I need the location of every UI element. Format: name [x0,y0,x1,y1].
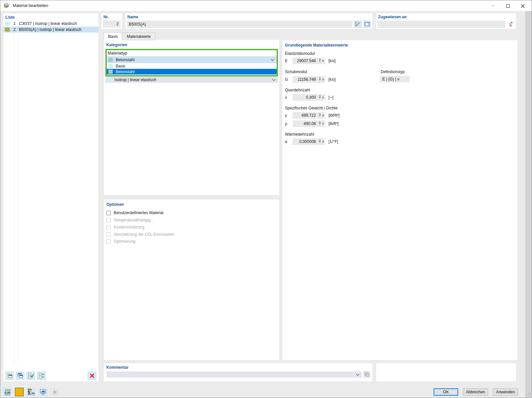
e-unit: [ksi] [329,59,335,63]
kommentar-combobox[interactable] [106,371,362,378]
nu-value: 0.300 [306,95,316,100]
units-icon: 0,00 [5,389,11,395]
ok-button[interactable]: OK [434,388,458,396]
delete-material-button[interactable] [87,371,96,380]
g-symbol: G [285,77,293,82]
assigned-card: Zugewiesen an [376,13,516,29]
maximize-button[interactable] [503,3,513,9]
e-input[interactable]: 29007.548 [293,58,325,64]
option-label: Betonstahl [116,69,135,74]
material-color-swatch [5,22,10,26]
expand-arrow-icon[interactable] [323,140,324,143]
expand-arrow-icon[interactable] [323,122,324,125]
alpha-value: 0.000006 [299,139,316,144]
new-material-button[interactable] [5,371,14,380]
name-label: Name [127,14,371,20]
model-value: Isotrop | linear elastisch [114,77,156,82]
resize-grip[interactable] [526,391,531,397]
expand-arrow-icon[interactable] [323,78,324,81]
kommentar-copy-button[interactable] [363,371,370,378]
assigned-field[interactable] [377,21,505,28]
nu-input[interactable]: 0.300 [293,94,325,101]
checkbox-label: Abschätzung der CO₂-Emissionen [114,232,174,237]
option-label: Basis [116,64,125,68]
checkbox-benutzerdefiniertes-material[interactable]: Benutzerdefiniertes Material [106,210,163,216]
cancel-button[interactable]: Abbrechen [463,388,488,396]
checkbox-kostenschaetzung: Kostenschätzung [106,224,144,230]
material-icon [4,2,10,9]
minimize-button[interactable] [488,3,498,9]
material-color-button[interactable] [15,388,24,396]
tab-strip: Basis Materialwerte [103,32,155,40]
material-list-panel: Liste 1 C30/37 | Isotrop | linear elasti… [3,13,99,382]
materialtyp-color-swatch [108,58,113,62]
material-model-combobox[interactable]: Isotrop | linear elastisch [105,76,278,83]
materialtyp-highlight-box: Materialtyp Betonstahl Basis Betonstahl [105,49,278,76]
name-field[interactable]: B500S(A) [127,21,352,28]
spinner-icon[interactable] [319,77,321,80]
tab-materialwerte[interactable]: Materialwerte [122,33,155,40]
units-settings-button[interactable]: 0,00 [3,388,12,396]
kennwerte-title: Grundlegende Materialkennwerte [285,43,348,48]
schubmodul-label: Schubmodul [285,69,307,74]
invert-selection-button[interactable] [37,371,46,380]
alpha-unit: [1/°F] [329,139,338,144]
apply-button[interactable]: Anwenden [493,388,518,396]
gamma-symbol: γ [285,113,293,118]
dropdown-option-basis[interactable]: Basis [107,63,277,69]
chevron-down-icon [271,58,274,62]
checkbox-label: Optimierung [114,239,135,244]
formula-button[interactable]: fx [51,388,60,396]
spinner-icon[interactable] [319,113,321,116]
dropdown-option-betonstahl[interactable]: Betonstahl [107,69,277,74]
materialtyp-combobox[interactable]: Betonstahl [107,56,277,63]
preview-panel [376,363,516,382]
expand-arrow-icon[interactable] [323,114,324,117]
kategorien-panel: Kategorien Materialtyp Betonstahl Basis … [103,40,280,196]
nr-field[interactable]: 2 [103,20,121,28]
spinner-icon[interactable] [319,59,321,62]
dialog-toolbar: 0,00 A fx [3,388,60,396]
checkbox-icon [106,218,111,222]
rho-input[interactable]: 490.06 [293,120,325,127]
option-color-swatch [108,69,113,74]
g-unit: [ksi] [329,77,335,82]
list-toolbar [5,371,46,380]
material-number: 1 [13,21,16,26]
checkbox-optimierung: Optimierung [106,238,135,244]
spinner-icon[interactable] [319,95,321,98]
checkbox-label: Benutzerdefiniertes Material [114,210,163,215]
select-assigned-button[interactable] [507,20,515,28]
gamma-input[interactable]: 499.722 [293,112,325,119]
tab-basis[interactable]: Basis [103,32,122,40]
g-input[interactable]: 11156.749 [293,76,325,83]
library-book-icon [364,22,370,27]
select-checkboxes-icon [28,373,34,379]
fx-icon: fx [54,389,57,395]
checkbox-temperaturabhaengig: Temperaturabhängig... [106,217,154,223]
list-item-material-2[interactable]: 2 B500S(A) | Isotrop | linear elastisch [3,27,98,33]
spinner-icon[interactable] [319,139,321,143]
material-library-button[interactable] [363,20,371,28]
display-properties-button[interactable]: A [27,388,36,396]
close-button[interactable] [518,3,528,9]
screen-view-button[interactable] [39,388,48,396]
name-card: Name B500S(A) [125,13,373,29]
expand-arrow-icon[interactable] [323,60,324,62]
nu-row: ν 0.300 [--] [285,94,333,101]
select-all-button[interactable] [26,371,35,380]
list-item-material-1[interactable]: 1 C30/37 | Isotrop | linear elastisch [3,21,98,27]
copy-material-button[interactable] [16,371,25,380]
alpha-input[interactable]: 0.000006 [293,138,325,145]
rename-material-button[interactable] [354,20,362,28]
g-row: G 11156.749 [ksi] [285,76,335,83]
font-colors-icon: A [28,389,35,395]
nu-unit: [--] [329,95,333,100]
optionen-title: Optionen [106,202,124,207]
expand-arrow-icon[interactable] [323,96,324,99]
definitionstyp-field[interactable]: E | (G) | ν [380,76,410,82]
font-icon-letter: A [28,391,31,396]
option-color-swatch [108,64,113,68]
monitor-icon [40,389,46,395]
spinner-icon[interactable] [319,121,321,125]
